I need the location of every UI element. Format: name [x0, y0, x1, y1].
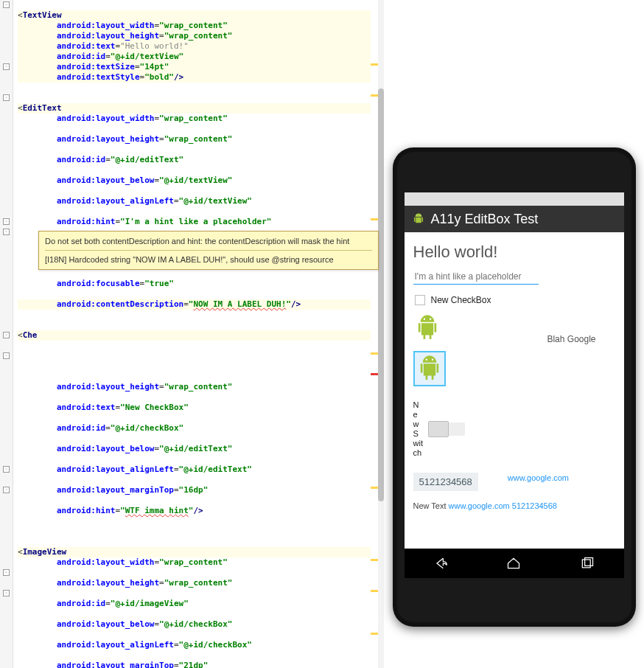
warning-marker[interactable] — [371, 633, 378, 635]
error-marker[interactable] — [371, 373, 378, 375]
back-icon[interactable] — [432, 556, 449, 571]
checkbox-label: New CheckBox — [431, 295, 491, 305]
android-robot-icon — [415, 314, 440, 342]
fold-icon[interactable]: - — [3, 94, 10, 101]
svg-point-5 — [431, 359, 433, 361]
scrollbar-thumb[interactable] — [378, 88, 384, 501]
code-area[interactable]: <TextView android:layout_width="wrap_con… — [13, 0, 371, 668]
selected-image-button[interactable] — [413, 351, 446, 386]
device-frame: A11y EditBox Test Hello world! New Check… — [393, 147, 636, 627]
url-link[interactable]: www.google.com — [508, 473, 569, 482]
switch-thumb[interactable] — [428, 421, 449, 437]
svg-point-4 — [425, 359, 427, 361]
fold-icon[interactable]: - — [3, 229, 10, 235]
app-title: A11y EditBox Test — [431, 212, 539, 227]
tag-edittext: EditText — [23, 103, 62, 113]
app-bar: A11y EditBox Test — [405, 206, 624, 232]
device-screen: A11y EditBox Test Hello world! New Check… — [405, 192, 624, 578]
switch-label: New Switch — [413, 400, 424, 458]
switch-track[interactable] — [428, 422, 465, 436]
switch-row[interactable]: New Switch — [413, 400, 615, 458]
phone-number[interactable]: 5121234568 — [413, 473, 478, 491]
checkbox-icon[interactable] — [415, 295, 425, 305]
device-preview-pane: A11y EditBox Test Hello world! New Check… — [384, 0, 644, 668]
tag-textview: TextView — [23, 10, 62, 20]
blah-text: Blah Google — [547, 334, 595, 344]
hint-input[interactable] — [413, 269, 539, 285]
marker-bar — [371, 0, 378, 668]
svg-point-1 — [419, 215, 420, 215]
checkbox-row[interactable]: New CheckBox — [415, 295, 615, 305]
warning-marker[interactable] — [371, 352, 378, 355]
status-bar — [405, 192, 624, 206]
android-robot-icon — [417, 355, 442, 383]
svg-point-3 — [429, 319, 430, 320]
fold-icon[interactable]: - — [3, 466, 10, 473]
fold-icon[interactable]: - — [3, 218, 10, 225]
fold-icon[interactable]: - — [3, 332, 10, 338]
device-navbar — [405, 549, 624, 578]
fold-icon[interactable]: - — [3, 569, 10, 576]
footer-link[interactable]: www.google.com 5121234568 — [449, 501, 557, 510]
fold-icon[interactable]: - — [3, 352, 10, 359]
fold-icon[interactable]: - — [3, 590, 10, 596]
lint-tooltip: Do not set both contentDescription and h… — [38, 231, 379, 270]
svg-rect-6 — [582, 560, 590, 568]
tag-checkbox-partial: Che — [23, 330, 38, 340]
home-icon[interactable] — [505, 556, 522, 571]
vertical-scrollbar[interactable] — [378, 0, 384, 668]
fold-icon[interactable]: - — [3, 487, 10, 493]
android-icon — [412, 212, 425, 226]
svg-point-0 — [416, 215, 417, 215]
xml-editor-pane[interactable]: - - - - - - - - - - - <TextView android:… — [0, 0, 384, 668]
svg-point-2 — [423, 319, 424, 320]
svg-rect-7 — [584, 558, 592, 566]
recents-icon[interactable] — [578, 556, 596, 571]
warning-marker[interactable] — [371, 590, 378, 592]
warning-marker[interactable] — [371, 63, 378, 66]
warning-marker[interactable] — [371, 94, 378, 97]
fold-icon[interactable]: - — [3, 63, 10, 70]
warning-marker[interactable] — [371, 559, 378, 561]
hello-text: Hello world! — [413, 243, 615, 262]
tooltip-line-1: Do not set both contentDescription and h… — [45, 236, 372, 246]
fold-icon[interactable]: - — [3, 1, 10, 8]
footer-text: New Text — [413, 501, 449, 510]
warning-marker[interactable] — [371, 487, 378, 489]
warning-marker[interactable] — [371, 218, 378, 220]
editor-gutter: - - - - - - - - - - - — [0, 0, 13, 668]
tag-imageview: ImageView — [23, 547, 67, 557]
tooltip-line-2: [I18N] Hardcoded string "NOW IM A LABEL … — [45, 254, 372, 265]
